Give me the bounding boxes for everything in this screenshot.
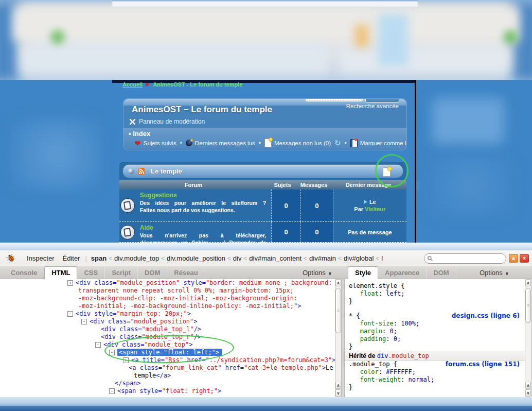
rss-icon[interactable] [138,168,145,175]
path-item-div[interactable]: div [233,254,242,262]
breadcrumb-home-link[interactable]: Accueil [122,81,143,88]
path-item-div.module_top[interactable]: div.module_top [114,254,159,262]
css-property-line[interactable]: font-weight: normal; [345,376,525,384]
path-item-l[interactable]: l [381,254,383,262]
toolbar-separator: | [85,254,86,262]
index-link-label: Messages non lus (0) [274,140,331,146]
html-source-line[interactable]: +<div class="module_position" style="bor… [0,279,335,287]
forum-link[interactable]: Aide [140,224,266,231]
scroll-down-button[interactable]: ∨ [335,389,341,397]
css-selector-line: design.css (ligne 6)* { [345,312,525,320]
tab-console[interactable]: Console [4,266,44,279]
scroll-down-button[interactable]: ∨ [525,389,531,397]
inspect-button[interactable]: Inspecter [27,254,54,262]
index-link[interactable] [334,140,341,147]
index-link[interactable]: Marquer comme lu [350,139,406,147]
edit-button[interactable]: Éditer [62,254,80,262]
firebug-close-button[interactable]: × [520,254,529,263]
path-item-div#main_content[interactable]: div#main_content [249,254,302,262]
html-source-line[interactable]: </span> [0,380,335,387]
css-property-line[interactable]: padding: 0; [345,335,525,343]
tab-style[interactable]: Style [348,266,378,279]
index-link[interactable]: Sujets suivis [135,139,176,147]
html-source-line[interactable]: -moz-background-clip: -moz-initial; -moz… [0,295,335,302]
options-menu-right[interactable]: Options∨ [480,266,509,279]
last-message-author-link[interactable]: Visiteur [365,206,385,212]
breadcrumb-current[interactable]: AnimesOST - Le forum du temple [153,81,242,88]
html-source-line[interactable]: +<a title="Rss" href="../syndication.php… [0,356,335,364]
path-item-div#global[interactable]: div#global [344,254,374,262]
css-property-line[interactable]: float: left; [345,290,525,298]
html-source-line[interactable]: -<span style="float: left;"> [0,349,335,356]
inherited-tag[interactable]: div [377,352,388,359]
tab-dom[interactable]: DOM [138,266,167,279]
code-text: <div class="module_top"> [103,341,192,348]
expander-collapse-icon[interactable]: - [95,342,101,348]
expander-collapse-icon[interactable]: - [81,319,87,324]
expander-expand-icon[interactable]: + [67,280,73,286]
blur-blob [47,27,68,47]
html-source-line[interactable]: <div class="module_top_l"/> [0,326,335,333]
blur-blob [500,27,521,47]
css-selector-line: element.style { [345,282,525,290]
index-link[interactable]: Messages non lus (0) [264,139,331,147]
tab-dom[interactable]: DOM [427,266,456,279]
html-source-line[interactable]: temple</a> [0,372,335,380]
options-menu-left[interactable]: Options∨ [303,266,332,279]
last-message-label: Le [369,199,376,205]
expander-collapse-icon[interactable]: - [109,388,115,394]
css-property-line[interactable]: color: #FFFFFF; [345,368,525,376]
blue-arrow-icon [364,200,367,204]
path-item-div#main[interactable]: div#main [309,254,336,262]
path-item-div.module_position[interactable]: div.module_position [167,254,225,262]
search-button[interactable]: Recherche [365,99,399,102]
html-source-line[interactable]: -<div style="margin-top: 20px;"> [0,310,335,318]
html-source-line[interactable]: <a class="forum_link_cat" href="cat-3+le… [0,364,335,372]
scroll-up-button[interactable]: ∧ [335,382,341,389]
firebug-minimize-button[interactable]: ∧ [509,254,518,263]
page-glyph-icon [123,228,131,237]
tab-css[interactable]: CSS [77,266,105,279]
html-source-line[interactable]: -<div class="module_position"> [0,318,335,326]
page-glyph-icon [123,201,131,210]
tab-script[interactable]: Script [105,266,138,279]
last-message-cell: Pas de message [333,222,406,242]
forum-description: Faites nous part de vos suggestions. [140,207,266,214]
path-item-span[interactable]: span [91,254,107,262]
scroll-up-button[interactable]: ∧ [525,279,531,286]
html-source-line[interactable]: -moz-initial; -moz-background-inline-pol… [0,302,335,310]
html-source-line[interactable]: transparent none repeat scroll 0% 0%; ma… [0,287,335,295]
clock-icon [186,140,192,146]
html-source-line[interactable]: -<div class="module_top"> [0,341,335,349]
html-source-line[interactable]: <div class="module_top_r"/> [0,333,335,341]
expander-collapse-icon[interactable]: - [109,350,115,355]
forum-link[interactable]: Suggestions [140,192,266,199]
expander-expand-icon[interactable]: + [123,357,129,363]
last-message-title[interactable]: Le [364,199,376,205]
firebug-search-box [424,253,506,264]
tab-html[interactable]: HTML [44,266,77,279]
search-input[interactable] [317,99,359,100]
advanced-search-link[interactable]: Recherche avancée [329,103,399,109]
inherited-class[interactable]: .module_top [388,352,429,359]
scroll-up-button[interactable]: ∧ [335,279,341,286]
category-title-link[interactable]: Le temple [151,167,182,175]
moderation-panel-link[interactable]: Panneau de modération [129,118,205,125]
css-file-link[interactable]: forum.css (ligne 151) [446,361,520,368]
tab-réseau[interactable]: Réseau [167,266,205,279]
css-file-link[interactable]: design.css (ligne 6) [452,312,520,320]
css-property-line[interactable]: margin: 0; [345,328,525,335]
style-pane-scrollbar[interactable]: ∧ ≡ ∧ ∨ [525,279,531,397]
html-source-line[interactable]: -<span style="float: right;"> [0,387,335,395]
scrollbar-thumb[interactable]: ≡ [525,288,531,323]
html-pane-scrollbar[interactable]: ∧ ≡ ∧ ∨ [335,279,342,397]
index-link[interactable]: Derniers messages lus [186,140,255,146]
firebug-search-input[interactable] [424,253,506,264]
firebug-icon[interactable] [6,254,15,263]
expander-collapse-icon[interactable]: - [67,311,73,317]
scrollbar-thumb[interactable]: ≡ [335,288,341,333]
blurred-window-titlebar [112,0,418,7]
tab-apparence[interactable]: Apparence [378,266,427,279]
scroll-up-button[interactable]: ∧ [525,382,531,389]
css-property-line[interactable]: font-size: 100%; [345,320,525,328]
